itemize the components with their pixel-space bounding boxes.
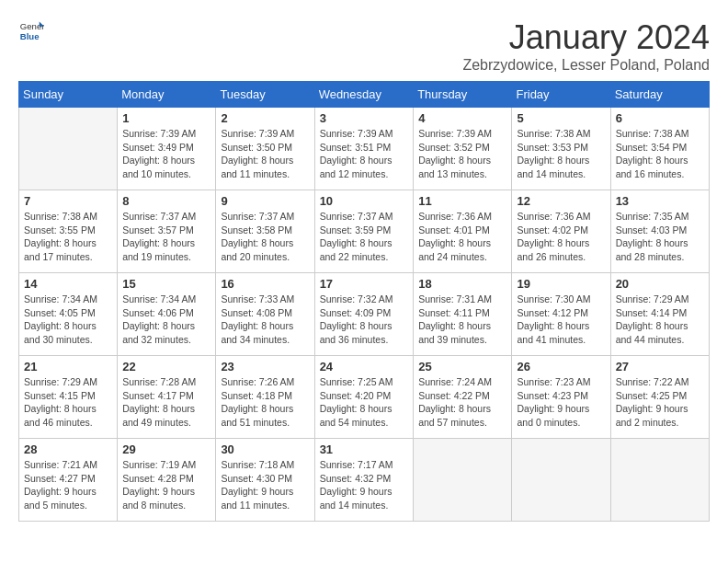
day-cell: 9Sunrise: 7:37 AM Sunset: 3:58 PM Daylig… (216, 190, 314, 273)
header-thursday: Thursday (414, 82, 512, 108)
day-cell (19, 108, 118, 190)
day-info: Sunrise: 7:32 AM Sunset: 4:09 PM Dayligh… (320, 293, 409, 347)
day-info: Sunrise: 7:39 AM Sunset: 3:50 PM Dayligh… (221, 127, 309, 181)
day-info: Sunrise: 7:34 AM Sunset: 4:05 PM Dayligh… (24, 293, 112, 347)
day-info: Sunrise: 7:38 AM Sunset: 3:53 PM Dayligh… (517, 127, 605, 181)
day-cell: 24Sunrise: 7:25 AM Sunset: 4:20 PM Dayli… (314, 356, 414, 439)
weekday-header-row: Sunday Monday Tuesday Wednesday Thursday… (19, 82, 710, 108)
day-number: 13 (616, 194, 704, 208)
day-number: 3 (320, 111, 409, 125)
day-cell: 14Sunrise: 7:34 AM Sunset: 4:05 PM Dayli… (19, 273, 118, 356)
week-row-2: 7Sunrise: 7:38 AM Sunset: 3:55 PM Daylig… (19, 190, 710, 273)
day-cell: 28Sunrise: 7:21 AM Sunset: 4:27 PM Dayli… (19, 439, 118, 522)
day-info: Sunrise: 7:23 AM Sunset: 4:23 PM Dayligh… (517, 375, 605, 430)
day-cell: 8Sunrise: 7:37 AM Sunset: 3:57 PM Daylig… (118, 190, 216, 273)
week-row-4: 21Sunrise: 7:29 AM Sunset: 4:15 PM Dayli… (19, 356, 710, 439)
day-number: 31 (320, 442, 409, 456)
svg-text:Blue: Blue (20, 31, 40, 41)
day-number: 15 (122, 277, 210, 291)
header-monday: Monday (118, 82, 216, 108)
day-info: Sunrise: 7:31 AM Sunset: 4:11 PM Dayligh… (418, 293, 506, 347)
day-info: Sunrise: 7:18 AM Sunset: 4:30 PM Dayligh… (221, 458, 309, 512)
day-cell: 26Sunrise: 7:23 AM Sunset: 4:23 PM Dayli… (512, 356, 610, 439)
day-info: Sunrise: 7:28 AM Sunset: 4:17 PM Dayligh… (122, 375, 210, 430)
day-number: 1 (122, 111, 210, 125)
day-info: Sunrise: 7:17 AM Sunset: 4:32 PM Dayligh… (320, 458, 409, 512)
day-cell: 22Sunrise: 7:28 AM Sunset: 4:17 PM Dayli… (118, 356, 216, 439)
header-saturday: Saturday (610, 82, 709, 108)
day-info: Sunrise: 7:26 AM Sunset: 4:18 PM Dayligh… (221, 375, 309, 430)
day-cell: 21Sunrise: 7:29 AM Sunset: 4:15 PM Dayli… (19, 356, 118, 439)
day-cell: 3Sunrise: 7:39 AM Sunset: 3:51 PM Daylig… (314, 108, 414, 190)
week-row-5: 28Sunrise: 7:21 AM Sunset: 4:27 PM Dayli… (19, 439, 710, 522)
day-info: Sunrise: 7:34 AM Sunset: 4:06 PM Dayligh… (122, 293, 210, 347)
day-number: 25 (418, 360, 506, 373)
day-info: Sunrise: 7:39 AM Sunset: 3:49 PM Dayligh… (122, 127, 210, 181)
day-cell (414, 439, 512, 522)
day-cell: 29Sunrise: 7:19 AM Sunset: 4:28 PM Dayli… (118, 439, 216, 522)
calendar-subtitle: Zebrzydowice, Lesser Poland, Poland (462, 57, 710, 74)
day-number: 27 (616, 360, 704, 373)
day-info: Sunrise: 7:36 AM Sunset: 4:02 PM Dayligh… (517, 210, 605, 264)
header-tuesday: Tuesday (216, 82, 314, 108)
day-cell: 2Sunrise: 7:39 AM Sunset: 3:50 PM Daylig… (216, 108, 314, 190)
day-number: 18 (418, 277, 506, 291)
day-cell: 25Sunrise: 7:24 AM Sunset: 4:22 PM Dayli… (414, 356, 512, 439)
header-friday: Friday (512, 82, 610, 108)
day-info: Sunrise: 7:24 AM Sunset: 4:22 PM Dayligh… (418, 375, 506, 430)
logo-icon: General Blue (18, 18, 44, 44)
day-info: Sunrise: 7:37 AM Sunset: 3:59 PM Dayligh… (320, 210, 409, 264)
day-info: Sunrise: 7:35 AM Sunset: 4:03 PM Dayligh… (616, 210, 704, 264)
header-wednesday: Wednesday (314, 82, 414, 108)
day-cell: 12Sunrise: 7:36 AM Sunset: 4:02 PM Dayli… (512, 190, 610, 273)
title-block: January 2024 Zebrzydowice, Lesser Poland… (462, 18, 710, 74)
day-cell: 7Sunrise: 7:38 AM Sunset: 3:55 PM Daylig… (19, 190, 118, 273)
day-info: Sunrise: 7:39 AM Sunset: 3:51 PM Dayligh… (320, 127, 409, 181)
day-cell: 19Sunrise: 7:30 AM Sunset: 4:12 PM Dayli… (512, 273, 610, 356)
day-info: Sunrise: 7:38 AM Sunset: 3:54 PM Dayligh… (616, 127, 704, 181)
day-info: Sunrise: 7:39 AM Sunset: 3:52 PM Dayligh… (418, 127, 506, 181)
day-info: Sunrise: 7:29 AM Sunset: 4:14 PM Dayligh… (616, 293, 704, 347)
day-number: 5 (517, 111, 605, 125)
day-number: 22 (122, 360, 210, 373)
day-info: Sunrise: 7:29 AM Sunset: 4:15 PM Dayligh… (24, 375, 112, 430)
day-number: 6 (616, 111, 704, 125)
day-cell: 17Sunrise: 7:32 AM Sunset: 4:09 PM Dayli… (314, 273, 414, 356)
day-number: 7 (24, 194, 112, 208)
week-row-3: 14Sunrise: 7:34 AM Sunset: 4:05 PM Dayli… (19, 273, 710, 356)
day-number: 19 (517, 277, 605, 291)
day-number: 30 (221, 442, 309, 456)
day-info: Sunrise: 7:36 AM Sunset: 4:01 PM Dayligh… (418, 210, 506, 264)
day-info: Sunrise: 7:21 AM Sunset: 4:27 PM Dayligh… (24, 458, 112, 512)
day-cell: 18Sunrise: 7:31 AM Sunset: 4:11 PM Dayli… (414, 273, 512, 356)
day-cell: 10Sunrise: 7:37 AM Sunset: 3:59 PM Dayli… (314, 190, 414, 273)
day-number: 20 (616, 277, 704, 291)
day-info: Sunrise: 7:38 AM Sunset: 3:55 PM Dayligh… (24, 210, 112, 264)
day-number: 24 (320, 360, 409, 373)
day-number: 29 (122, 442, 210, 456)
day-number: 16 (221, 277, 309, 291)
day-number: 12 (517, 194, 605, 208)
day-number: 14 (24, 277, 112, 291)
day-number: 23 (221, 360, 309, 373)
day-number: 8 (122, 194, 210, 208)
day-number: 26 (517, 360, 605, 373)
day-cell: 27Sunrise: 7:22 AM Sunset: 4:25 PM Dayli… (610, 356, 709, 439)
day-number: 4 (418, 111, 506, 125)
day-cell: 20Sunrise: 7:29 AM Sunset: 4:14 PM Dayli… (610, 273, 709, 356)
day-cell: 15Sunrise: 7:34 AM Sunset: 4:06 PM Dayli… (118, 273, 216, 356)
day-cell (610, 439, 709, 522)
calendar-title: January 2024 (462, 18, 710, 57)
day-number: 9 (221, 194, 309, 208)
day-cell: 23Sunrise: 7:26 AM Sunset: 4:18 PM Dayli… (216, 356, 314, 439)
day-cell: 11Sunrise: 7:36 AM Sunset: 4:01 PM Dayli… (414, 190, 512, 273)
day-info: Sunrise: 7:33 AM Sunset: 4:08 PM Dayligh… (221, 293, 309, 347)
day-number: 11 (418, 194, 506, 208)
day-cell: 31Sunrise: 7:17 AM Sunset: 4:32 PM Dayli… (314, 439, 414, 522)
calendar-table: Sunday Monday Tuesday Wednesday Thursday… (18, 81, 710, 522)
day-info: Sunrise: 7:19 AM Sunset: 4:28 PM Dayligh… (122, 458, 210, 512)
day-number: 21 (24, 360, 112, 373)
day-info: Sunrise: 7:22 AM Sunset: 4:25 PM Dayligh… (616, 375, 704, 430)
day-cell: 30Sunrise: 7:18 AM Sunset: 4:30 PM Dayli… (216, 439, 314, 522)
day-info: Sunrise: 7:25 AM Sunset: 4:20 PM Dayligh… (320, 375, 409, 430)
